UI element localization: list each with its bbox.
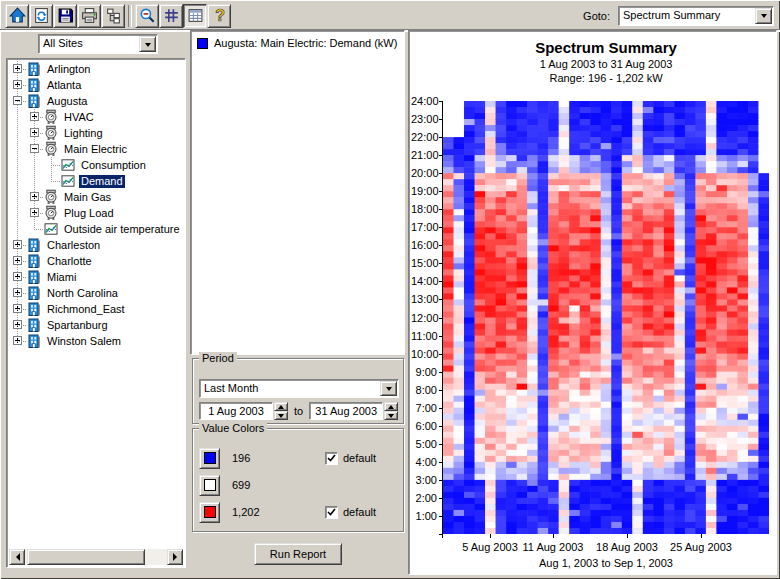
tree-item-spartanburg[interactable]: Spartanburg: [9, 317, 183, 333]
tree-connector: [9, 141, 26, 157]
start-date-value[interactable]: 1 Aug 2003: [199, 402, 273, 420]
tree-item-outside-air-temperature[interactable]: Outside air temperature: [9, 221, 183, 237]
scroll-right-button[interactable]: [167, 549, 183, 565]
expand-plus-icon[interactable]: [30, 208, 39, 217]
building-icon: [26, 253, 42, 269]
y-tick-label: 16:00: [411, 239, 437, 251]
end-date-up-button[interactable]: [384, 402, 398, 411]
tree-item-charleston[interactable]: Charleston: [9, 237, 183, 253]
expand-plus-icon[interactable]: [13, 272, 22, 281]
arrow-up-icon: [388, 402, 394, 409]
tree-item-main-electric[interactable]: Main Electric: [9, 141, 183, 157]
tree-item-main-gas[interactable]: Main Gas: [9, 189, 183, 205]
y-tick-label: 10:00: [411, 348, 437, 360]
mid-color-button[interactable]: [199, 475, 220, 496]
tree-horizontal-scrollbar[interactable]: [9, 549, 183, 565]
y-tick-label: 17:00: [411, 221, 437, 233]
tree-item-consumption[interactable]: Consumption: [9, 157, 183, 173]
meter-icon: [43, 189, 59, 205]
period-preset-combobox[interactable]: Last Month: [199, 379, 399, 398]
chart-icon: [60, 173, 76, 189]
start-date-down-button[interactable]: [274, 411, 288, 420]
building-icon: [26, 333, 42, 349]
meter-icon: [43, 205, 59, 221]
expand-plus-icon[interactable]: [13, 288, 22, 297]
tree-item-hvac[interactable]: HVAC: [9, 109, 183, 125]
min-color-button[interactable]: [199, 448, 220, 469]
chart-area: Spectrum Summary 1 Aug 2003 to 31 Aug 20…: [411, 33, 774, 572]
expand-plus-icon[interactable]: [13, 320, 22, 329]
toolbar-save-button[interactable]: [53, 4, 77, 28]
mid-color-swatch: [204, 479, 216, 491]
min-default-checkbox[interactable]: [325, 452, 338, 465]
toolbar-help-button[interactable]: ?: [207, 4, 231, 28]
tree-junction: [26, 221, 43, 237]
toolbar-hierarchy-button[interactable]: [101, 4, 125, 28]
y-tick-label: 15:00: [411, 257, 437, 269]
y-tick-label: 2:00: [411, 492, 437, 504]
scrollbar-thumb[interactable]: [27, 549, 145, 565]
expand-plus-icon[interactable]: [30, 128, 39, 137]
end-date-down-button[interactable]: [384, 411, 398, 420]
tree-junction: [26, 189, 43, 205]
site-filter-combobox[interactable]: All Sites: [38, 34, 158, 54]
max-default-checkbox[interactable]: [325, 506, 338, 519]
tree-item-winston-salem[interactable]: Winston Salem: [9, 333, 183, 349]
y-tick-label: 21:00: [411, 149, 437, 161]
expand-plus-icon[interactable]: [13, 240, 22, 249]
goto-combobox[interactable]: Spectrum Summary: [618, 6, 774, 26]
expand-plus-icon[interactable]: [30, 192, 39, 201]
period-preset-arrow[interactable]: [380, 381, 397, 396]
run-report-button[interactable]: Run Report: [254, 543, 342, 565]
tree-item-miami[interactable]: Miami: [9, 269, 183, 285]
toolbar-grid-button[interactable]: [159, 4, 183, 28]
start-date-spinner[interactable]: 1 Aug 2003: [199, 402, 288, 420]
end-date-spinner[interactable]: 31 Aug 2003: [309, 402, 398, 420]
max-color-button[interactable]: [199, 502, 220, 523]
tree-item-richmond-east[interactable]: Richmond_East: [9, 301, 183, 317]
tree-item-plug-load[interactable]: Plug Load: [9, 205, 183, 221]
toolbar-home-button[interactable]: [5, 4, 29, 28]
expand-plus-icon[interactable]: [13, 80, 22, 89]
toolbar-print-button[interactable]: [77, 4, 101, 28]
y-tick-label: 7:00: [411, 402, 437, 414]
svg-text:?: ?: [215, 7, 225, 24]
chevron-down-icon: [761, 14, 767, 21]
x-tick-label: 18 Aug 2003: [587, 541, 667, 553]
tree-item-north-carolina[interactable]: North Carolina: [9, 285, 183, 301]
y-tick: [439, 426, 443, 427]
tree-item-charlotte[interactable]: Charlotte: [9, 253, 183, 269]
expand-plus-icon[interactable]: [13, 64, 22, 73]
y-tick: [439, 516, 443, 517]
collapse-minus-icon[interactable]: [30, 144, 39, 153]
legend-item: Augusta: Main Electric: Demand (kW): [197, 37, 397, 49]
y-tick-label: 14:00: [411, 275, 437, 287]
tree-item-arlington[interactable]: Arlington: [9, 61, 183, 77]
tree-junction: [26, 141, 43, 157]
toolbar-zoom-out-button[interactable]: [135, 4, 159, 28]
scroll-left-button[interactable]: [9, 549, 25, 565]
toolbar-table-button[interactable]: [183, 4, 207, 28]
goto-combobox-arrow[interactable]: [755, 8, 772, 24]
expand-plus-icon[interactable]: [13, 336, 22, 345]
min-color-value: 196: [232, 452, 304, 464]
expand-plus-icon[interactable]: [30, 112, 39, 121]
site-filter-arrow[interactable]: [139, 36, 156, 52]
collapse-minus-icon[interactable]: [13, 96, 22, 105]
toolbar-refresh-button[interactable]: [29, 4, 53, 28]
tree-item-lighting[interactable]: Lighting: [9, 125, 183, 141]
expand-plus-icon[interactable]: [13, 256, 22, 265]
tree-item-augusta[interactable]: Augusta: [9, 93, 183, 109]
tree-item-demand[interactable]: Demand: [9, 173, 183, 189]
end-date-value[interactable]: 31 Aug 2003: [309, 402, 383, 420]
tree-connector: [9, 109, 26, 125]
y-tick-label: 4:00: [411, 456, 437, 468]
start-date-up-button[interactable]: [274, 402, 288, 411]
y-tick-label: 1:00: [411, 510, 437, 522]
tree-item-atlanta[interactable]: Atlanta: [9, 77, 183, 93]
expand-plus-icon[interactable]: [13, 304, 22, 313]
print-icon: [81, 7, 98, 24]
tree-junction: [43, 173, 60, 189]
y-tick-label: 11:00: [411, 330, 437, 342]
tree-junction: [9, 269, 26, 285]
